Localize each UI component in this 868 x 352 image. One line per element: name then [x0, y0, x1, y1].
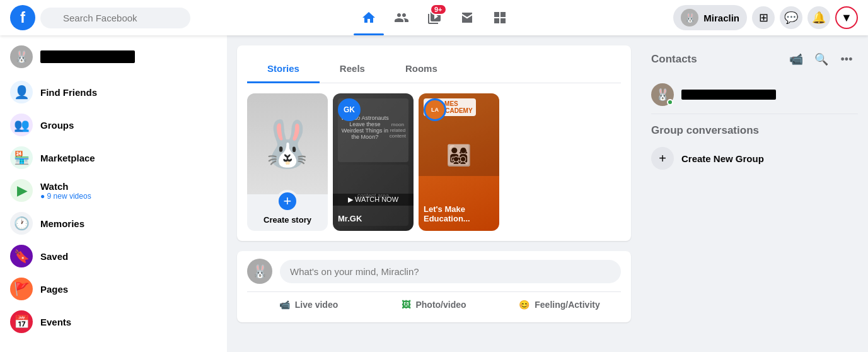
create-group-label: Create New Group — [681, 153, 764, 164]
story-card-education[interactable]: LA LMESACADEMY 👨‍👩‍👧‍👦 LA Let's Make Edu… — [419, 93, 499, 231]
search-contacts-button[interactable]: 🔍 — [810, 48, 833, 71]
watch-badge: 9+ — [430, 4, 447, 15]
watch-text: Watch ● 9 new videos — [40, 181, 91, 201]
saved-icon: 🔖 — [10, 245, 33, 267]
contacts-action-icons: 📹 🔍 ••• — [785, 48, 858, 71]
search-wrapper: 🔍 — [40, 8, 224, 28]
live-video-button[interactable]: 📹 Live video — [247, 295, 370, 315]
nav-center: 9+ — [224, 3, 644, 33]
photo-video-button[interactable]: 🖼 Photo/video — [373, 295, 495, 315]
photo-video-icon: 🖼 — [402, 300, 410, 310]
story-card-mgk[interactable]: Why do Astronauts Leave these Weirdest T… — [333, 93, 414, 231]
facebook-logo[interactable]: f — [10, 5, 35, 30]
sidebar-item-saved[interactable]: 🔖 Saved — [5, 240, 222, 273]
live-video-label: Live video — [295, 300, 338, 310]
post-user-avatar: 🐰 — [247, 259, 272, 284]
feeling-activity-icon: 😊 — [519, 300, 529, 310]
create-story-bottom: + Create story — [261, 194, 314, 231]
live-video-icon: 📹 — [279, 300, 290, 310]
main-content: Stories Reels Rooms 🐰 + Create story — [227, 35, 641, 352]
sidebar-pages-label: Pages — [40, 284, 68, 295]
sidebar-user-profile[interactable]: 🐰 — [5, 40, 222, 73]
nav-friends-button[interactable] — [386, 3, 417, 33]
post-input-field[interactable] — [280, 260, 621, 283]
nav-left: f 🔍 — [10, 5, 224, 30]
feeling-activity-label: Feeling/Activity — [535, 300, 599, 310]
sidebar-watch-label: Watch — [40, 181, 91, 192]
contacts-header: Contacts 📹 🔍 ••• — [646, 45, 863, 73]
nav-home-button[interactable] — [354, 3, 384, 33]
nav-watch-button[interactable]: 9+ — [419, 3, 449, 33]
create-new-group-button[interactable]: + Create New Group — [646, 142, 863, 175]
nav-marketplace-button[interactable] — [452, 3, 482, 33]
watch-icon: ▶ — [10, 179, 33, 202]
create-story-label: Create story — [263, 215, 311, 225]
user-profile-button[interactable]: 🐰 Miraclin — [673, 5, 747, 30]
post-input-row: 🐰 — [247, 259, 621, 284]
main-layout: 🐰 👤 Find Friends 👥 Groups 🏪 Marketplace … — [0, 35, 868, 352]
user-name: Miraclin — [703, 13, 739, 23]
top-navigation: f 🔍 9+ 🐰 Miraclin ⊞ 💬 🔔 ▼ — [0, 0, 868, 35]
groups-icon: 👥 — [10, 114, 33, 136]
right-sidebar: Contacts 📹 🔍 ••• 🐰 Group conversations +… — [641, 35, 868, 352]
tab-rooms[interactable]: Rooms — [385, 56, 458, 83]
sidebar-saved-label: Saved — [40, 251, 68, 262]
story-mgk-avatar: GK — [338, 98, 361, 121]
sidebar-item-find-friends[interactable]: 👤 Find Friends — [5, 76, 222, 109]
post-actions: 📹 Live video 🖼 Photo/video 😊 Feeling/Act… — [247, 291, 621, 315]
create-story-image: 🐰 — [247, 93, 328, 194]
notifications-button[interactable]: 🔔 — [807, 6, 830, 29]
stories-row: 🐰 + Create story Why do Astronauts Leave… — [247, 93, 621, 231]
create-story-plus-icon: + — [276, 190, 299, 213]
feeling-activity-button[interactable]: 😊 Feeling/Activity — [498, 295, 621, 315]
contact-avatar: 🐰 — [651, 83, 674, 106]
group-conversations-header: Group conversations — [646, 119, 863, 142]
bugs-bunny-image: 🐰 — [259, 121, 316, 167]
tab-stories[interactable]: Stories — [247, 56, 320, 83]
nav-right: 🐰 Miraclin ⊞ 💬 🔔 ▼ — [644, 5, 858, 30]
search-input[interactable] — [40, 8, 190, 28]
sidebar-item-watch[interactable]: ▶ Watch ● 9 new videos — [5, 174, 222, 207]
sidebar-username — [40, 50, 135, 63]
events-icon: 📅 — [10, 310, 33, 333]
story-mgk-watch-now: ▶ WATCH NOW — [333, 194, 414, 206]
user-avatar-small: 🐰 — [681, 9, 698, 26]
sidebar-avatar: 🐰 — [10, 45, 33, 68]
divider — [651, 114, 858, 114]
nav-groups-button[interactable] — [485, 3, 515, 33]
sidebar-groups-label: Groups — [40, 120, 74, 131]
story-mgk-name: Mr.GK — [338, 214, 408, 223]
contact-name — [681, 90, 776, 100]
sidebar-item-groups[interactable]: 👥 Groups — [5, 109, 222, 141]
marketplace-icon: 🏪 — [10, 146, 33, 169]
contacts-title: Contacts — [651, 53, 697, 66]
create-group-plus-icon: + — [651, 147, 674, 170]
stories-card: Stories Reels Rooms 🐰 + Create story — [237, 45, 631, 241]
story-edu-avatar: LA — [424, 98, 446, 121]
sidebar-item-pages[interactable]: 🚩 Pages — [5, 273, 222, 305]
story-edu-crowd: 👨‍👩‍👧‍👦 — [419, 134, 499, 175]
stories-tabs: Stories Reels Rooms — [247, 56, 621, 83]
contact-item[interactable]: 🐰 — [646, 78, 863, 111]
sidebar-memories-label: Memories — [40, 218, 84, 229]
online-indicator — [667, 99, 673, 105]
memories-icon: 🕐 — [10, 212, 33, 235]
account-dropdown-button[interactable]: ▼ — [835, 6, 858, 29]
left-sidebar: 🐰 👤 Find Friends 👥 Groups 🏪 Marketplace … — [0, 35, 227, 352]
grid-menu-button[interactable]: ⊞ — [752, 6, 775, 29]
tab-reels[interactable]: Reels — [320, 56, 385, 83]
new-contact-button[interactable]: 📹 — [785, 48, 807, 71]
sidebar-item-events[interactable]: 📅 Events — [5, 305, 222, 338]
messenger-button[interactable]: 💬 — [780, 6, 802, 29]
watch-new-videos: ● 9 new videos — [40, 192, 91, 201]
sidebar-item-memories[interactable]: 🕐 Memories — [5, 207, 222, 240]
create-story-card[interactable]: 🐰 + Create story — [247, 93, 328, 231]
pages-icon: 🚩 — [10, 278, 33, 300]
sidebar-find-friends-label: Find Friends — [40, 87, 97, 98]
contacts-more-button[interactable]: ••• — [835, 48, 858, 71]
sidebar-item-marketplace[interactable]: 🏪 Marketplace — [5, 141, 222, 174]
sidebar-marketplace-label: Marketplace — [40, 153, 95, 163]
post-box: 🐰 📹 Live video 🖼 Photo/video 😊 Feeling/A… — [237, 251, 631, 322]
find-friends-icon: 👤 — [10, 81, 33, 103]
story-edu-name: Let's Make Education... — [424, 204, 494, 223]
